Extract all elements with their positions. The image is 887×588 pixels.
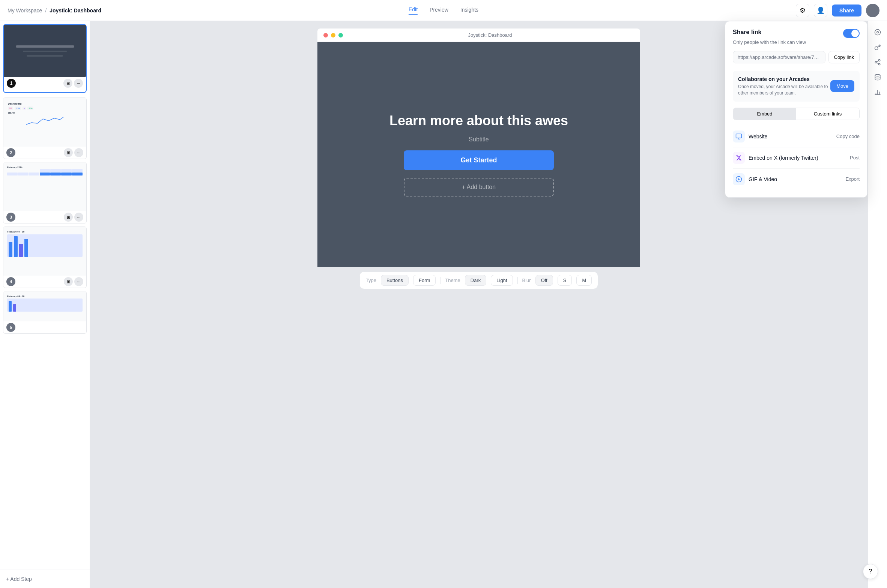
twitter-icon: [733, 152, 745, 164]
nav-left: My Workspace / Joystick: Dashboard: [8, 8, 101, 14]
slide-3-actions: 3 ⊞ ···: [3, 211, 86, 223]
slide-number-2: 2: [6, 148, 15, 157]
move-button[interactable]: Move: [830, 80, 854, 92]
toolbar-theme-label: Theme: [445, 278, 460, 283]
project-title: Joystick: Dashboard: [50, 8, 101, 14]
workspace-link[interactable]: My Workspace: [8, 8, 42, 14]
svg-point-1: [876, 32, 878, 33]
toolbar-light-btn[interactable]: Light: [491, 275, 513, 286]
mini-stat-311: 311: [8, 106, 13, 110]
sidebar: 1 ⊞ ··· Dashboard 311 6.3M + 32%: [0, 21, 90, 588]
thumb-bar: [16, 45, 74, 48]
embed-option-website-left: Website: [733, 130, 767, 142]
palette-icon-btn[interactable]: [871, 26, 884, 39]
slide-3-more-btn[interactable]: ···: [74, 213, 83, 222]
database-icon-btn[interactable]: [871, 70, 884, 84]
slide-item-2[interactable]: Dashboard 311 6.3M + 32% $89,700: [3, 98, 87, 159]
tab-insights[interactable]: Insights: [460, 7, 478, 14]
browser-dot-yellow: [331, 33, 335, 38]
key-icon-btn[interactable]: [871, 40, 884, 54]
slide-2-icon-btn[interactable]: ⊞: [64, 148, 73, 157]
add-step-label: + Add Step: [6, 576, 32, 582]
slide-thumb-1: [4, 25, 86, 77]
top-nav: My Workspace / Joystick: Dashboard Edit …: [0, 0, 887, 21]
custom-links-tab-button[interactable]: Custom links: [796, 108, 859, 120]
gif-export-action[interactable]: Export: [845, 176, 860, 182]
feb-cell: [61, 169, 72, 172]
bar-1: [9, 242, 12, 257]
slide-1-layers-btn[interactable]: ⊞: [63, 79, 72, 88]
slide-thumb-5: February 04 - 10: [3, 291, 86, 321]
get-started-button[interactable]: Get Started: [404, 150, 554, 170]
share-link-input[interactable]: https://app.arcade.software/share/7P…: [733, 51, 825, 63]
feb-cell: [40, 169, 50, 172]
collaborate-desc: Once moved, your Arcade will be availabl…: [738, 84, 830, 96]
slide-4-more-btn[interactable]: ···: [74, 277, 83, 286]
share-icon-btn[interactable]: [871, 56, 884, 69]
embed-twitter-label: Embed on X (formerly Twitter): [749, 155, 818, 161]
toolbar-off-btn[interactable]: Off: [535, 275, 553, 286]
feb-preview-4: February 04 - 10: [6, 229, 84, 258]
add-button-button[interactable]: + Add button: [404, 178, 554, 196]
slide-1-actions: 1 ⊞ ···: [4, 77, 86, 89]
website-copy-code[interactable]: Copy code: [836, 134, 860, 139]
collaborate-title: Collaborate on your Arcades: [738, 76, 830, 82]
slide-item-3[interactable]: February 2024: [3, 162, 87, 224]
slide-3-icon-btn[interactable]: ⊞: [64, 213, 73, 222]
slide-4-icon-btn[interactable]: ⊞: [64, 277, 73, 286]
avatar[interactable]: [866, 4, 879, 17]
svg-marker-16: [738, 178, 740, 180]
add-step-button[interactable]: + Add Step: [0, 570, 90, 588]
toolbar-s-btn[interactable]: S: [558, 275, 572, 286]
embed-option-gif: GIF & Video Export: [733, 169, 860, 190]
toolbar-divider-1: [440, 277, 440, 284]
slide-2-more-btn[interactable]: ···: [74, 148, 83, 157]
tab-edit[interactable]: Edit: [409, 6, 418, 15]
tab-preview[interactable]: Preview: [430, 7, 448, 14]
settings-button[interactable]: ⚙: [796, 4, 809, 17]
slide-number-1: 1: [7, 79, 16, 88]
toolbar-buttons-btn[interactable]: Buttons: [381, 275, 409, 286]
feb-bar-chart-5: [7, 298, 83, 312]
slide-thumb-2: Dashboard 311 6.3M + 32% $89,700: [3, 98, 86, 147]
toolbar-m-btn[interactable]: M: [576, 275, 592, 286]
feb-cell: [29, 169, 39, 172]
slide-item-5[interactable]: February 04 - 10 5: [3, 291, 87, 334]
slide-thumb-4: February 04 - 10: [3, 227, 86, 276]
right-icon-bar: [867, 21, 887, 588]
slide-item-4[interactable]: February 04 - 10 4 ⊞ ···: [3, 226, 87, 288]
toolbar-dark-btn[interactable]: Dark: [465, 275, 486, 286]
share-panel-title: Share link: [733, 29, 761, 36]
help-button[interactable]: ?: [863, 564, 878, 579]
share-panel: Share link Only people with the link can…: [725, 21, 867, 198]
embed-option-website: Website Copy code: [733, 126, 860, 147]
slide-5-bottom: 5: [3, 321, 86, 333]
slide-3-icon-actions: ⊞ ···: [64, 213, 83, 222]
chart-icon-btn[interactable]: [871, 86, 884, 99]
thumb-bar-sm: [23, 51, 67, 52]
slide-item-1[interactable]: 1 ⊞ ···: [3, 24, 87, 93]
feb-cell: [72, 169, 83, 172]
share-toggle[interactable]: [843, 29, 860, 38]
user-button[interactable]: 👤: [814, 4, 827, 17]
share-button[interactable]: Share: [832, 4, 861, 16]
embed-tab-button[interactable]: Embed: [733, 108, 796, 120]
canvas-subtitle: Subtitle: [469, 136, 489, 143]
feb-cell: [7, 172, 18, 176]
svg-point-4: [878, 63, 880, 65]
toolbar-form-btn[interactable]: Form: [413, 275, 436, 286]
twitter-post-action[interactable]: Post: [850, 155, 860, 160]
bar5-2: [13, 304, 16, 312]
bar-3: [19, 244, 23, 257]
svg-point-7: [875, 75, 880, 76]
browser-dot-green: [338, 33, 343, 38]
feb-cell: [18, 169, 29, 172]
collaborate-text: Collaborate on your Arcades Once moved, …: [738, 76, 830, 96]
bar5-1: [9, 301, 12, 312]
copy-link-button[interactable]: Copy link: [828, 51, 860, 63]
slide-1-more-btn[interactable]: ···: [74, 79, 83, 88]
slide-number-4: 4: [6, 277, 15, 286]
website-icon: [733, 130, 745, 142]
svg-point-2: [878, 60, 880, 62]
mini-price-1: $89,700: [8, 112, 82, 114]
